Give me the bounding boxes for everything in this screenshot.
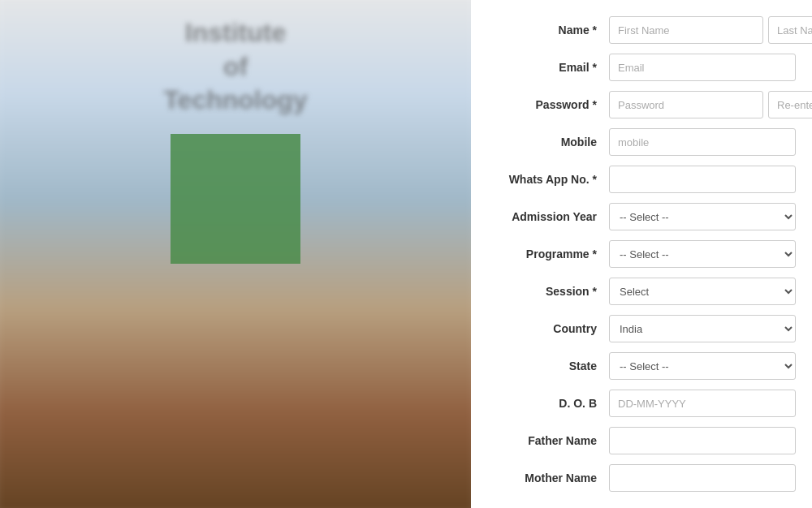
programme-label: Programme *	[479, 248, 609, 260]
mother-name-inputs	[609, 464, 796, 492]
whatsapp-row: Whats App No. *	[479, 166, 796, 193]
mobile-inputs	[609, 128, 796, 156]
whatsapp-inputs	[609, 166, 796, 193]
password-row: Password *	[479, 91, 796, 118]
email-label: Email *	[479, 61, 609, 74]
email-inputs	[609, 54, 796, 81]
state-inputs: -- Select -- Uttar Pradesh Maharashtra K…	[609, 352, 796, 380]
admission-year-row: Admission Year -- Select -- 2020 2021 20…	[479, 203, 796, 230]
dob-inputs	[609, 390, 796, 417]
overlay-content: InstituteofTechnology	[0, 0, 471, 508]
father-name-input[interactable]	[609, 427, 796, 454]
father-name-inputs	[609, 427, 796, 454]
programme-select[interactable]: -- Select -- B.Tech M.Tech MBA PhD	[609, 240, 796, 268]
admission-year-label: Admission Year	[479, 210, 609, 223]
mobile-label: Mobile	[479, 136, 609, 149]
mobile-input[interactable]	[609, 128, 796, 156]
password-inputs	[609, 91, 812, 118]
dob-label: D. O. B	[479, 397, 609, 410]
country-row: Country India USA UK	[479, 315, 796, 342]
mobile-row: Mobile	[479, 128, 796, 156]
whatsapp-label: Whats App No. *	[479, 173, 609, 186]
dob-input[interactable]	[609, 390, 796, 417]
admission-year-inputs: -- Select -- 2020 2021 2022 2023 2024	[609, 203, 796, 230]
father-name-label: Father Name	[479, 434, 609, 447]
country-select[interactable]: India USA UK	[609, 315, 796, 342]
password-input[interactable]	[609, 91, 763, 118]
name-row: Name *	[479, 16, 796, 44]
name-label: Name *	[479, 24, 609, 37]
mother-name-label: Mother Name	[479, 471, 609, 484]
admission-year-select[interactable]: -- Select -- 2020 2021 2022 2023 2024	[609, 203, 796, 230]
password-label: Password *	[479, 98, 609, 111]
green-logo-block	[171, 134, 300, 264]
state-label: State	[479, 359, 609, 372]
state-select[interactable]: -- Select -- Uttar Pradesh Maharashtra K…	[609, 352, 796, 380]
session-label: Session *	[479, 285, 609, 298]
father-name-row: Father Name	[479, 427, 796, 454]
email-row: Email *	[479, 54, 796, 81]
left-panel: InstituteofTechnology	[0, 0, 471, 508]
country-label: Country	[479, 322, 609, 335]
reenter-password-input[interactable]	[768, 91, 812, 118]
session-row: Session * Select 2023-24 2024-25	[479, 278, 796, 305]
country-inputs: India USA UK	[609, 315, 796, 342]
registration-form-panel: Name * Email * Password * Mobile Whats A…	[471, 0, 812, 508]
programme-row: Programme * -- Select -- B.Tech M.Tech M…	[479, 240, 796, 268]
session-select[interactable]: Select 2023-24 2024-25	[609, 278, 796, 305]
last-name-input[interactable]	[768, 16, 812, 44]
logo-text-top: InstituteofTechnology	[163, 16, 307, 118]
whatsapp-input[interactable]	[609, 166, 796, 193]
state-row: State -- Select -- Uttar Pradesh Maharas…	[479, 352, 796, 380]
session-inputs: Select 2023-24 2024-25	[609, 278, 796, 305]
programme-inputs: -- Select -- B.Tech M.Tech MBA PhD	[609, 240, 796, 268]
mother-name-row: Mother Name	[479, 464, 796, 492]
first-name-input[interactable]	[609, 16, 763, 44]
name-inputs	[609, 16, 812, 44]
email-input[interactable]	[609, 54, 796, 81]
dob-row: D. O. B	[479, 390, 796, 417]
mother-name-input[interactable]	[609, 464, 796, 492]
